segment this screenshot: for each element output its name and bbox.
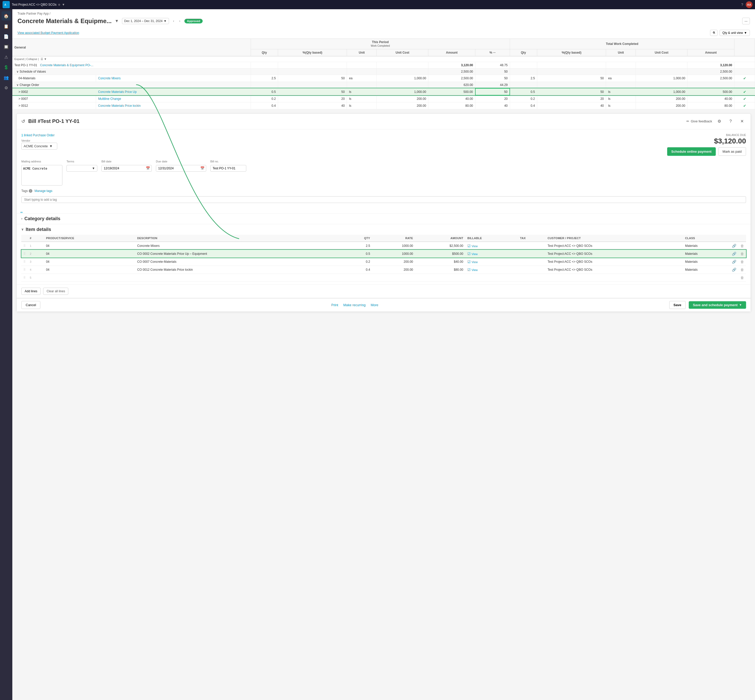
filter-button[interactable]: ⚗ <box>710 30 717 36</box>
co0002-uc: 1,000.00 <box>376 88 428 95</box>
billable-view-link-1[interactable]: View <box>471 245 478 248</box>
bill-number-input[interactable] <box>210 165 246 172</box>
attach-icon-4[interactable]: 🔗 <box>732 268 736 272</box>
more-button[interactable]: More <box>371 303 378 307</box>
due-date-input[interactable] <box>156 165 199 172</box>
bill-body: 1 linked Purchase Order Vendor ACME Conc… <box>17 129 750 211</box>
add-lines-button[interactable]: Add lines <box>21 288 41 295</box>
attach-icon-2[interactable]: 🔗 <box>732 252 736 256</box>
schedule-payment-button[interactable]: Schedule online payment <box>667 147 716 156</box>
sidebar-team-icon[interactable]: 👥 <box>2 73 11 82</box>
sidebar-issues-icon[interactable]: ⚠ <box>2 52 11 62</box>
th-billable: BILLABLE <box>465 235 518 242</box>
co0002-name[interactable]: Concrete Materials Price Up <box>96 88 251 95</box>
delete-icon-4[interactable]: 🗑 <box>740 268 744 272</box>
item-rate-1: 1000.00 <box>372 242 415 250</box>
co0012-name[interactable]: Concrete Materials Price lockin <box>96 102 251 109</box>
tags-label: Tags i <box>21 189 32 193</box>
billable-view-link-3[interactable]: View <box>471 261 478 264</box>
sidebar-cost-icon[interactable]: 💲 <box>2 62 11 72</box>
drag-handle-2[interactable]: ⠿ <box>21 250 28 258</box>
vendor-section: 1 linked Purchase Order Vendor ACME Conc… <box>21 133 57 150</box>
terms-select[interactable]: ▼ <box>66 165 97 172</box>
view-toggle-button[interactable]: Qty & unit view ▼ <box>719 30 750 36</box>
billable-view-link-4[interactable]: View <box>471 269 478 272</box>
user-avatar[interactable]: AA <box>746 1 752 8</box>
breadcrumb[interactable]: Trade Partner Pay App / <box>17 12 750 16</box>
bill-bottom-bar: Add lines Clear all lines <box>17 284 750 298</box>
co0007-name[interactable]: Multiline Change <box>96 95 251 102</box>
bill-settings-button[interactable]: ⚙ <box>715 117 724 125</box>
table-row: ∨ Schedule of Values 2,500.00 50 2,500.0… <box>13 69 755 75</box>
co-group-cell: ∨ Change Order <box>13 82 251 89</box>
date-next-button[interactable]: › <box>178 19 181 23</box>
manage-tags-link[interactable]: Manage tags <box>34 189 52 193</box>
drag-handle-4[interactable]: ⠿ <box>21 266 28 273</box>
drag-handle-5[interactable]: ⠿ <box>21 273 28 281</box>
title-dropdown-button[interactable]: ▼ <box>115 19 119 23</box>
sidebar-docs-icon[interactable]: 📄 <box>2 32 11 41</box>
item-details-section[interactable]: ∨ Item details <box>17 224 750 235</box>
vendor-select[interactable]: ACME Concrete ▼ <box>21 143 57 150</box>
category-details-section[interactable]: › Category details <box>17 213 750 224</box>
save-and-schedule-button[interactable]: Save and schedule payment ▼ <box>689 301 746 309</box>
more-options-button[interactable]: ··· <box>742 18 750 24</box>
sidebar-projects-icon[interactable]: 📋 <box>2 22 11 31</box>
bill-close-button[interactable]: ✕ <box>738 117 746 125</box>
terms-label: Terms <box>66 160 97 163</box>
co0002-number: > 0002 <box>13 88 96 95</box>
help-icon[interactable]: ? <box>741 3 743 7</box>
delete-icon-2[interactable]: 🗑 <box>740 252 744 256</box>
co-pct: 44.29 <box>475 82 510 89</box>
terms-dropdown-icon: ▼ <box>92 167 95 170</box>
item-billable-4: ☑ View <box>465 266 518 273</box>
make-recurring-button[interactable]: Make recurring <box>343 303 366 307</box>
clear-all-lines-button[interactable]: Clear all lines <box>43 288 68 295</box>
sidebar-home-icon[interactable]: 🏠 <box>2 11 11 20</box>
co0002-pct-qty: 50 <box>278 88 347 95</box>
save-button[interactable]: Save <box>669 301 686 309</box>
bill-help-button[interactable]: ? <box>727 117 735 125</box>
mixers-unit-cost: 1,000.00 <box>376 75 428 82</box>
cancel-button[interactable]: Cancel <box>21 301 40 309</box>
drag-handle-3[interactable]: ⠿ <box>21 258 28 266</box>
bill-date-input[interactable] <box>102 165 144 172</box>
billable-view-link-2[interactable]: View <box>471 253 478 256</box>
tags-input[interactable] <box>21 196 746 203</box>
project-selector[interactable]: Test Project:ACC <> QBO SCOs ⚙ ▼ <box>12 3 739 6</box>
resize-handle[interactable]: ⇔ <box>20 211 23 214</box>
po-name-link[interactable]: Concrete Materials & Equipment PO-... <box>40 63 93 67</box>
balance-amount: $3,120.00 <box>667 137 746 145</box>
delete-icon-3[interactable]: 🗑 <box>740 260 744 264</box>
attach-icon-1[interactable]: 🔗 <box>732 244 736 248</box>
view-associated-link[interactable]: View associated Budget Payment Applicati… <box>17 31 79 34</box>
linked-po-link[interactable]: 1 linked Purchase Order <box>21 133 57 137</box>
list-icon[interactable]: ☰ ▼ <box>41 58 47 61</box>
balance-section: BALANCE DUE $3,120.00 Schedule online pa… <box>667 133 746 156</box>
item-desc-5 <box>135 273 344 281</box>
delete-icon-5[interactable]: 🗑 <box>740 276 744 280</box>
give-feedback-button[interactable]: ✏ Give feedback <box>686 119 712 123</box>
th-item-attach <box>730 235 738 242</box>
breadcrumb-link[interactable]: Trade Partner Pay App <box>17 12 49 16</box>
bill-panel: ↺ Bill #Test PO-1 YY-01 ✏ Give feedback … <box>16 113 751 312</box>
drag-handle-1[interactable]: ⠿ <box>21 242 28 250</box>
sidebar-models-icon[interactable]: 🔲 <box>2 42 11 51</box>
item-amount-4: $80.00 <box>415 266 465 273</box>
vendor-balance-row: 1 linked Purchase Order Vendor ACME Conc… <box>21 133 746 156</box>
tags-input-row <box>21 196 746 203</box>
mixers-name[interactable]: Concrete Mixers <box>96 75 251 82</box>
delete-icon-1[interactable]: 🗑 <box>740 244 744 248</box>
date-prev-button[interactable]: ‹ <box>172 19 175 23</box>
sidebar-settings-icon[interactable]: ⚙ <box>2 83 11 92</box>
mark-as-paid-button[interactable]: Mark as paid <box>718 147 746 156</box>
resize-area[interactable]: ⇔ <box>17 211 750 213</box>
date-range-selector[interactable]: Dec 1, 2024 – Dec 31, 2024 ▼ <box>122 18 169 24</box>
attach-icon-3[interactable]: 🔗 <box>732 260 736 264</box>
due-date-calendar-icon[interactable]: 📅 <box>199 166 206 170</box>
print-button[interactable]: Print <box>331 303 338 307</box>
mailing-address-input[interactable]: ACME Concrete <box>21 165 63 186</box>
expand-collapse-text[interactable]: Expand | Collapse | <box>14 58 39 61</box>
page-title: Concrete Materials & Equipme... <box>17 17 112 25</box>
bill-date-calendar-icon[interactable]: 📅 <box>144 166 152 170</box>
